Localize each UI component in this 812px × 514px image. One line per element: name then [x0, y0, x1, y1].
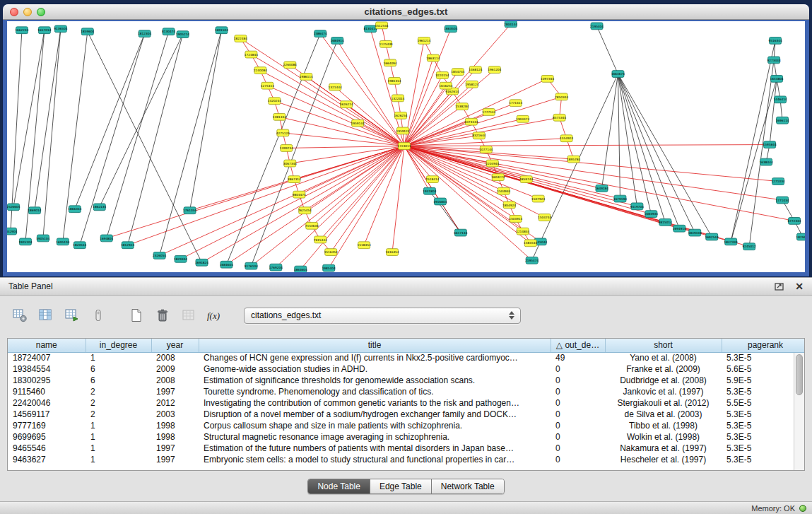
- scrollbar-thumb[interactable]: [796, 354, 803, 395]
- graph-node[interactable]: 1684914: [331, 37, 344, 45]
- table-row[interactable]: 969969511998Structural magnetic resonanc…: [8, 431, 805, 443]
- table-mode-icon[interactable]: [88, 305, 108, 325]
- graph-node[interactable]: 1862134: [93, 204, 106, 211]
- graph-node[interactable]: 2260084: [283, 62, 297, 69]
- graph-node[interactable]: 1275414: [261, 82, 274, 89]
- graph-node[interactable]: 7625454: [298, 207, 312, 214]
- graph-node[interactable]: 3067344: [283, 160, 297, 167]
- table-row[interactable]: 1830029562008Estimation of significance …: [8, 375, 805, 386]
- graph-node[interactable]: 1657014: [37, 27, 51, 34]
- graph-node[interactable]: 1916804: [433, 198, 447, 205]
- graph-node[interactable]: 1866344: [68, 206, 81, 213]
- graph-node[interactable]: 7153634: [305, 222, 319, 229]
- new-table-icon[interactable]: [126, 305, 146, 325]
- graph-node[interactable]: 1214844: [516, 228, 529, 235]
- table-settings-icon[interactable]: [10, 305, 30, 325]
- graph-node[interactable]: 9419704: [630, 203, 644, 210]
- graph-node[interactable]: 1905214: [176, 31, 189, 38]
- tab-edge-table[interactable]: Edge Table: [370, 479, 432, 493]
- graph-node[interactable]: 1664674: [611, 71, 625, 78]
- graph-node[interactable]: 1822484: [234, 35, 247, 42]
- float-panel-icon[interactable]: [775, 282, 784, 291]
- graph-node[interactable]: 6772344: [787, 218, 801, 225]
- graph-node[interactable]: 9176104: [245, 262, 258, 269]
- graph-node[interactable]: 2195474: [525, 257, 539, 264]
- graph-node[interactable]: 1961214: [417, 37, 430, 45]
- graph-node[interactable]: 1626214: [340, 101, 353, 108]
- graph-node[interactable]: 1777144: [482, 109, 495, 116]
- graph-node[interactable]: 1586474: [314, 30, 327, 37]
- graph-node[interactable]: 1694804: [100, 235, 113, 242]
- graph-node[interactable]: 1507924: [531, 195, 545, 202]
- graph-node[interactable]: 1959144: [351, 119, 365, 127]
- graph-node[interactable]: 1584544: [524, 240, 537, 247]
- graph-node[interactable]: 1322014: [391, 95, 404, 102]
- column-header-out-de-[interactable]: △ out_de…: [551, 339, 605, 352]
- graph-node[interactable]: 1958124: [465, 81, 478, 88]
- graph-node[interactable]: 1684604: [220, 261, 233, 268]
- graph-node[interactable]: 9815014: [659, 218, 672, 226]
- graph-node[interactable]: 1616454: [385, 249, 399, 256]
- graph-node[interactable]: 1518454: [358, 242, 371, 249]
- graph-node[interactable]: 1864604: [294, 266, 307, 272]
- table-row[interactable]: 977716911998Corpus callosum shape and si…: [8, 420, 805, 431]
- graph-node[interactable]: 1538284: [455, 103, 469, 110]
- graph-node[interactable]: 1518414: [425, 176, 439, 183]
- graph-node[interactable]: 1504744: [538, 214, 551, 221]
- graph-node[interactable]: 1724011: [397, 143, 411, 150]
- graph-node[interactable]: 1664094: [383, 59, 396, 66]
- graph-node[interactable]: 1271034: [772, 178, 785, 185]
- import-table-icon[interactable]: [62, 305, 82, 325]
- graph-node[interactable]: 1662244: [15, 27, 28, 34]
- table-row[interactable]: 2242004622012Investigating the contribut…: [8, 397, 805, 409]
- tab-network-table[interactable]: Network Table: [432, 479, 504, 493]
- graph-node[interactable]: 1820514: [73, 242, 86, 249]
- graph-node[interactable]: 1696114: [776, 117, 789, 124]
- graph-node[interactable]: 1986114: [300, 74, 313, 81]
- graph-node[interactable]: 1446414: [774, 96, 787, 103]
- graph-node[interactable]: 1691824: [195, 259, 208, 266]
- graph-node[interactable]: 1829444: [796, 233, 805, 240]
- graph-node[interactable]: 1812924: [121, 242, 134, 249]
- graph-node[interactable]: 2195404: [590, 23, 604, 30]
- graph-node[interactable]: 1504934: [497, 187, 510, 194]
- graph-node[interactable]: 8130474: [162, 28, 175, 35]
- graph-node[interactable]: 1829344: [174, 255, 187, 262]
- graph-node[interactable]: 1516454: [324, 249, 338, 256]
- table-row[interactable]: 1456911722003Disruption of a novel membe…: [8, 409, 805, 420]
- graph-node[interactable]: 2326054: [153, 252, 166, 259]
- graph-node[interactable]: 8321644: [472, 132, 486, 139]
- column-header-title[interactable]: title: [199, 339, 551, 352]
- graph-node[interactable]: 1595844: [763, 141, 777, 148]
- graph-node[interactable]: 9516344: [769, 37, 782, 45]
- graph-node[interactable]: 2240084: [254, 67, 267, 74]
- graph-node[interactable]: 5905104: [36, 235, 49, 242]
- graph-node[interactable]: 1859744: [519, 176, 533, 183]
- table-row[interactable]: 1872400712008Changes of HCN gene express…: [8, 352, 805, 363]
- graph-node[interactable]: 1616254: [439, 82, 452, 89]
- graph-node[interactable]: 1626254: [394, 112, 407, 119]
- graph-node[interactable]: 1859604: [81, 28, 94, 35]
- graph-node[interactable]: 1959124: [396, 127, 409, 134]
- graph-node[interactable]: 1961204: [488, 66, 501, 74]
- delete-table-icon[interactable]: [153, 305, 172, 325]
- column-header-pagerank[interactable]: pagerank: [722, 339, 805, 352]
- graph-node[interactable]: 1849434: [688, 229, 702, 236]
- table-row[interactable]: 946554611997Estimation of the future num…: [8, 443, 805, 454]
- graph-node[interactable]: 1905104: [18, 238, 32, 245]
- graph-node[interactable]: 1504914: [509, 216, 522, 223]
- table-scrollbar[interactable]: [794, 353, 804, 470]
- graph-node[interactable]: 1604274: [491, 174, 505, 181]
- graph-node[interactable]: 1761034: [183, 207, 196, 214]
- function-builder-icon[interactable]: f(x): [205, 305, 225, 325]
- window-titlebar[interactable]: citations_edges.txt: [3, 4, 809, 20]
- graph-node[interactable]: 1399744: [280, 145, 293, 152]
- graph-node[interactable]: 1692544: [705, 233, 719, 240]
- table-select-dropdown[interactable]: citations_edges.txt: [244, 308, 521, 324]
- graph-node[interactable]: 1869014: [28, 207, 41, 214]
- graph-node[interactable]: 1724844: [245, 51, 258, 58]
- graph-node[interactable]: 1073444: [464, 118, 478, 125]
- column-header-year[interactable]: year: [151, 339, 199, 352]
- graph-node[interactable]: 2204944: [486, 160, 499, 167]
- graph-node[interactable]: 1695104: [56, 238, 69, 245]
